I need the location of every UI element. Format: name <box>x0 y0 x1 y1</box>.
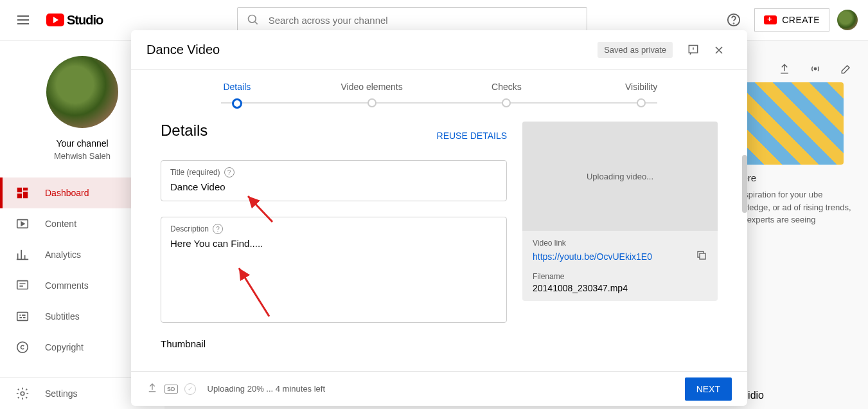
sidebar-item-label: Dashboard <box>45 188 89 198</box>
reuse-details-button[interactable]: REUSE DETAILS <box>437 131 507 141</box>
sidebar-item-label: Content <box>45 219 76 229</box>
description-field[interactable]: Description ? Here You can Find..... <box>161 217 507 323</box>
live-icon[interactable] <box>809 62 822 75</box>
svg-rect-9 <box>17 281 28 289</box>
help-icon[interactable] <box>721 7 747 33</box>
thumbnail-label: Thumbnail <box>161 338 507 349</box>
bg-news-card: s Here or inspiration for your ube knowl… <box>728 82 856 226</box>
create-plus-icon <box>764 15 777 24</box>
filename-value: 20141008_230347.mp4 <box>533 283 707 293</box>
gear-icon <box>15 386 30 401</box>
step-dot-icon <box>368 98 376 107</box>
create-label: CREATE <box>782 15 820 25</box>
step-label: Checks <box>492 82 522 92</box>
sidebar-item-label: Analytics <box>45 250 81 260</box>
channel-avatar[interactable] <box>46 56 118 128</box>
youtube-icon <box>46 14 64 26</box>
modal-header: Dance Video Saved as private <box>131 30 747 70</box>
description-field-label: Description <box>170 224 209 233</box>
filename-label: Filename <box>533 272 707 281</box>
upload-modal: Dance Video Saved as private Details Vid… <box>131 30 747 406</box>
step-visibility[interactable]: Visibility <box>574 82 709 107</box>
saved-badge: Saved as private <box>598 42 673 58</box>
dashboard-icon <box>15 186 30 200</box>
step-checks[interactable]: Checks <box>439 82 574 107</box>
step-label: Visibility <box>625 82 657 92</box>
bg-action-icons <box>778 62 853 75</box>
analytics-icon <box>15 248 30 262</box>
step-details[interactable]: Details <box>170 82 305 109</box>
modal-body: Details REUSE DETAILS Title (required) ?… <box>131 109 747 371</box>
svg-rect-6 <box>23 192 28 198</box>
logo-text: Studio <box>67 13 103 28</box>
edit-icon[interactable] <box>840 62 853 75</box>
step-dot-icon <box>232 98 242 109</box>
svg-rect-4 <box>17 188 22 192</box>
upload-stepper: Details Video elements Checks Visibility <box>131 70 747 109</box>
modal-title: Dance Video <box>146 42 220 57</box>
upload-progress-text: Uploading 20% ... 4 minutes left <box>208 384 326 394</box>
title-field[interactable]: Title (required) ? Dance Video <box>161 160 507 201</box>
details-heading: Details <box>161 122 208 140</box>
copyright-icon <box>15 340 30 354</box>
sidebar-item-label: Comments <box>45 280 89 291</box>
svg-point-11 <box>17 342 28 353</box>
help-tooltip-icon[interactable]: ? <box>224 167 235 177</box>
bg-card-text: or inspiration for your ube knowledge, o… <box>728 188 856 226</box>
help-tooltip-icon[interactable]: ? <box>213 224 223 234</box>
check-icon: ✓ <box>184 383 196 395</box>
sidebar-item-label: Copyright <box>45 342 84 352</box>
svg-rect-15 <box>700 253 705 259</box>
sidebar-item-label: Settings <box>45 388 78 399</box>
svg-line-1 <box>254 22 257 24</box>
step-label: Details <box>223 82 251 92</box>
user-avatar[interactable] <box>837 10 858 30</box>
search-icon <box>247 14 260 26</box>
title-field-label: Title (required) <box>170 168 220 177</box>
title-field-value[interactable]: Dance Video <box>170 181 497 194</box>
description-field-value[interactable]: Here You can Find..... <box>170 238 497 251</box>
upload-icon[interactable] <box>778 62 791 75</box>
svg-point-13 <box>814 68 816 69</box>
svg-rect-7 <box>17 194 22 198</box>
video-link-value[interactable]: https://youtu.be/OcvUEkix1E0 <box>533 251 652 262</box>
video-link-label: Video link <box>533 239 707 248</box>
sd-badge: SD <box>164 385 178 394</box>
subtitles-icon <box>15 309 30 323</box>
bg-studio-text: idio <box>748 390 764 401</box>
video-preview: Uploading video... <box>522 122 718 231</box>
menu-icon[interactable] <box>10 7 36 33</box>
upload-status-text: Uploading video... <box>587 172 653 181</box>
modal-footer: SD ✓ Uploading 20% ... 4 minutes left NE… <box>131 371 747 406</box>
close-icon[interactable] <box>706 37 732 63</box>
svg-point-0 <box>248 15 256 23</box>
feedback-icon[interactable] <box>680 37 706 63</box>
create-button[interactable]: CREATE <box>754 8 829 32</box>
copy-icon[interactable] <box>696 250 707 263</box>
step-dot-icon <box>502 98 511 107</box>
svg-point-3 <box>734 23 734 24</box>
svg-point-12 <box>21 392 24 395</box>
content-icon <box>15 217 30 231</box>
search-box[interactable] <box>237 7 587 33</box>
svg-rect-10 <box>17 313 28 321</box>
upload-icon <box>146 382 158 396</box>
step-label: Video elements <box>341 82 403 92</box>
step-dot-icon <box>637 98 646 107</box>
step-video-elements[interactable]: Video elements <box>305 82 439 107</box>
comments-icon <box>15 278 30 293</box>
svg-rect-5 <box>23 188 28 191</box>
sidebar-item-label: Subtitles <box>45 311 80 322</box>
bg-card-title: s Here <box>728 172 856 183</box>
scrollbar[interactable] <box>742 155 747 213</box>
search-input[interactable] <box>269 15 578 26</box>
next-button[interactable]: NEXT <box>685 377 732 401</box>
studio-logo[interactable]: Studio <box>46 13 103 28</box>
video-preview-panel: Uploading video... Video link https://yo… <box>522 122 718 301</box>
